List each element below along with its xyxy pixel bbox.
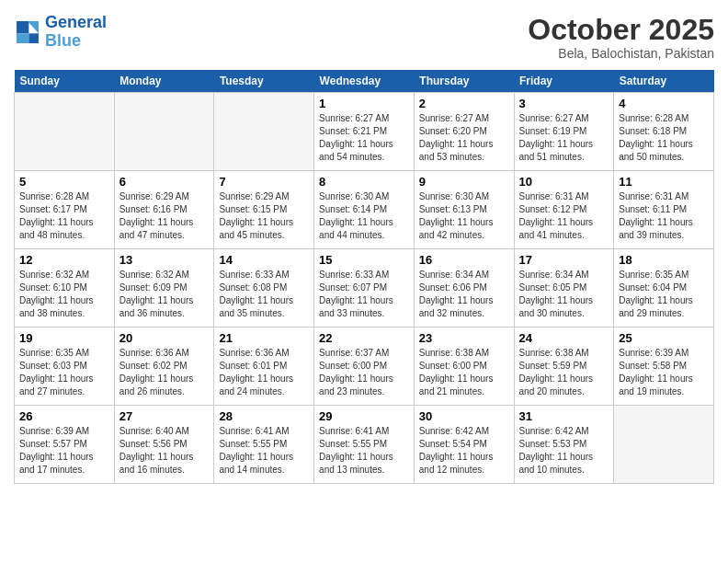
day-number: 12	[19, 253, 109, 267]
day-number: 19	[19, 331, 109, 345]
day-number: 27	[119, 409, 210, 423]
day-cell	[15, 93, 115, 171]
day-number: 13	[119, 253, 210, 267]
day-number: 1	[319, 97, 409, 110]
calendar-table: SundayMondayTuesdayWednesdayThursdayFrid…	[14, 70, 714, 484]
day-info: Sunrise: 6:34 AM Sunset: 6:05 PM Dayligh…	[519, 269, 609, 320]
day-info: Sunrise: 6:31 AM Sunset: 6:11 PM Dayligh…	[619, 190, 709, 242]
day-number: 24	[519, 331, 609, 345]
day-number: 25	[619, 331, 709, 345]
day-info: Sunrise: 6:36 AM Sunset: 6:02 PM Dayligh…	[119, 347, 210, 398]
day-info: Sunrise: 6:32 AM Sunset: 6:10 PM Dayligh…	[19, 269, 109, 320]
week-row-4: 19Sunrise: 6:35 AM Sunset: 6:03 PM Dayli…	[15, 327, 714, 406]
weekday-header-friday: Friday	[514, 70, 614, 93]
logo-icon	[14, 21, 41, 43]
day-info: Sunrise: 6:31 AM Sunset: 6:12 PM Dayligh…	[519, 190, 609, 242]
day-info: Sunrise: 6:36 AM Sunset: 6:01 PM Dayligh…	[219, 347, 309, 398]
day-info: Sunrise: 6:41 AM Sunset: 5:55 PM Dayligh…	[219, 425, 309, 477]
day-cell: 10Sunrise: 6:31 AM Sunset: 6:12 PM Dayli…	[514, 171, 614, 249]
day-info: Sunrise: 6:32 AM Sunset: 6:09 PM Dayligh…	[119, 269, 210, 320]
day-cell: 26Sunrise: 6:39 AM Sunset: 5:57 PM Dayli…	[15, 406, 115, 484]
logo: General Blue	[14, 14, 107, 51]
day-cell	[614, 406, 714, 484]
day-number: 2	[419, 97, 509, 110]
weekday-header-saturday: Saturday	[614, 70, 714, 93]
svg-marker-3	[28, 33, 39, 43]
day-number: 9	[419, 175, 509, 189]
day-info: Sunrise: 6:41 AM Sunset: 5:55 PM Dayligh…	[319, 425, 409, 477]
day-info: Sunrise: 6:39 AM Sunset: 5:58 PM Dayligh…	[619, 347, 709, 398]
day-number: 17	[519, 253, 609, 267]
day-cell: 13Sunrise: 6:32 AM Sunset: 6:09 PM Dayli…	[114, 249, 214, 327]
day-cell: 22Sunrise: 6:37 AM Sunset: 6:00 PM Dayli…	[314, 327, 415, 406]
day-info: Sunrise: 6:33 AM Sunset: 6:07 PM Dayligh…	[319, 269, 409, 320]
day-cell: 11Sunrise: 6:31 AM Sunset: 6:11 PM Dayli…	[614, 171, 714, 249]
day-info: Sunrise: 6:30 AM Sunset: 6:14 PM Dayligh…	[319, 190, 409, 242]
day-info: Sunrise: 6:40 AM Sunset: 5:56 PM Dayligh…	[119, 425, 210, 477]
day-cell	[114, 93, 214, 171]
day-cell: 5Sunrise: 6:28 AM Sunset: 6:17 PM Daylig…	[15, 171, 115, 249]
day-cell: 25Sunrise: 6:39 AM Sunset: 5:58 PM Dayli…	[614, 327, 714, 406]
day-cell: 14Sunrise: 6:33 AM Sunset: 6:08 PM Dayli…	[214, 249, 314, 327]
day-cell: 31Sunrise: 6:42 AM Sunset: 5:53 PM Dayli…	[514, 406, 614, 484]
day-number: 14	[219, 253, 309, 267]
day-info: Sunrise: 6:27 AM Sunset: 6:19 PM Dayligh…	[519, 112, 609, 164]
day-cell	[214, 93, 314, 171]
day-cell: 9Sunrise: 6:30 AM Sunset: 6:13 PM Daylig…	[414, 171, 514, 249]
day-number: 8	[319, 175, 409, 189]
week-row-5: 26Sunrise: 6:39 AM Sunset: 5:57 PM Dayli…	[15, 406, 714, 484]
day-info: Sunrise: 6:33 AM Sunset: 6:08 PM Dayligh…	[219, 269, 309, 320]
day-number: 4	[619, 97, 709, 110]
day-number: 31	[519, 409, 609, 423]
day-cell: 12Sunrise: 6:32 AM Sunset: 6:10 PM Dayli…	[15, 249, 115, 327]
day-info: Sunrise: 6:29 AM Sunset: 6:16 PM Dayligh…	[119, 190, 210, 242]
day-cell: 30Sunrise: 6:42 AM Sunset: 5:54 PM Dayli…	[414, 406, 514, 484]
calendar-title: October 2025	[528, 14, 714, 46]
day-number: 20	[119, 331, 210, 345]
day-number: 26	[19, 409, 109, 423]
day-number: 29	[319, 409, 409, 423]
day-info: Sunrise: 6:30 AM Sunset: 6:13 PM Dayligh…	[419, 190, 509, 242]
day-cell: 18Sunrise: 6:35 AM Sunset: 6:04 PM Dayli…	[614, 249, 714, 327]
day-cell: 8Sunrise: 6:30 AM Sunset: 6:14 PM Daylig…	[314, 171, 415, 249]
calendar-subtitle: Bela, Balochistan, Pakistan	[528, 46, 714, 61]
weekday-header-monday: Monday	[114, 70, 214, 93]
day-cell: 29Sunrise: 6:41 AM Sunset: 5:55 PM Dayli…	[314, 406, 415, 484]
day-info: Sunrise: 6:29 AM Sunset: 6:15 PM Dayligh…	[219, 190, 309, 242]
day-info: Sunrise: 6:35 AM Sunset: 6:04 PM Dayligh…	[619, 269, 709, 320]
day-info: Sunrise: 6:42 AM Sunset: 5:54 PM Dayligh…	[419, 425, 509, 477]
day-info: Sunrise: 6:39 AM Sunset: 5:57 PM Dayligh…	[19, 425, 109, 477]
day-cell: 23Sunrise: 6:38 AM Sunset: 6:00 PM Dayli…	[414, 327, 514, 406]
day-cell: 15Sunrise: 6:33 AM Sunset: 6:07 PM Dayli…	[314, 249, 415, 327]
day-cell: 2Sunrise: 6:27 AM Sunset: 6:20 PM Daylig…	[414, 93, 514, 171]
day-number: 6	[119, 175, 210, 189]
svg-marker-1	[28, 21, 39, 33]
day-cell: 1Sunrise: 6:27 AM Sunset: 6:21 PM Daylig…	[314, 93, 415, 171]
week-row-2: 5Sunrise: 6:28 AM Sunset: 6:17 PM Daylig…	[15, 171, 714, 249]
day-info: Sunrise: 6:34 AM Sunset: 6:06 PM Dayligh…	[419, 269, 509, 320]
day-info: Sunrise: 6:27 AM Sunset: 6:20 PM Dayligh…	[419, 112, 509, 164]
day-cell: 7Sunrise: 6:29 AM Sunset: 6:15 PM Daylig…	[214, 171, 314, 249]
day-info: Sunrise: 6:42 AM Sunset: 5:53 PM Dayligh…	[519, 425, 609, 477]
weekday-header-sunday: Sunday	[15, 70, 115, 93]
day-cell: 3Sunrise: 6:27 AM Sunset: 6:19 PM Daylig…	[514, 93, 614, 171]
day-number: 21	[219, 331, 309, 345]
day-info: Sunrise: 6:37 AM Sunset: 6:00 PM Dayligh…	[319, 347, 409, 398]
day-number: 23	[419, 331, 509, 345]
day-cell: 17Sunrise: 6:34 AM Sunset: 6:05 PM Dayli…	[514, 249, 614, 327]
day-cell: 20Sunrise: 6:36 AM Sunset: 6:02 PM Dayli…	[114, 327, 214, 406]
day-cell: 28Sunrise: 6:41 AM Sunset: 5:55 PM Dayli…	[214, 406, 314, 484]
day-number: 30	[419, 409, 509, 423]
day-number: 10	[519, 175, 609, 189]
day-number: 22	[319, 331, 409, 345]
day-number: 3	[519, 97, 609, 110]
logo-line2: Blue	[45, 31, 81, 50]
day-info: Sunrise: 6:38 AM Sunset: 5:59 PM Dayligh…	[519, 347, 609, 398]
day-cell: 16Sunrise: 6:34 AM Sunset: 6:06 PM Dayli…	[414, 249, 514, 327]
day-number: 7	[219, 175, 309, 189]
day-info: Sunrise: 6:38 AM Sunset: 6:00 PM Dayligh…	[419, 347, 509, 398]
logo-line1: General	[45, 13, 107, 31]
title-block: October 2025 Bela, Balochistan, Pakistan	[528, 14, 714, 61]
weekday-header-thursday: Thursday	[414, 70, 514, 93]
day-cell: 24Sunrise: 6:38 AM Sunset: 5:59 PM Dayli…	[514, 327, 614, 406]
